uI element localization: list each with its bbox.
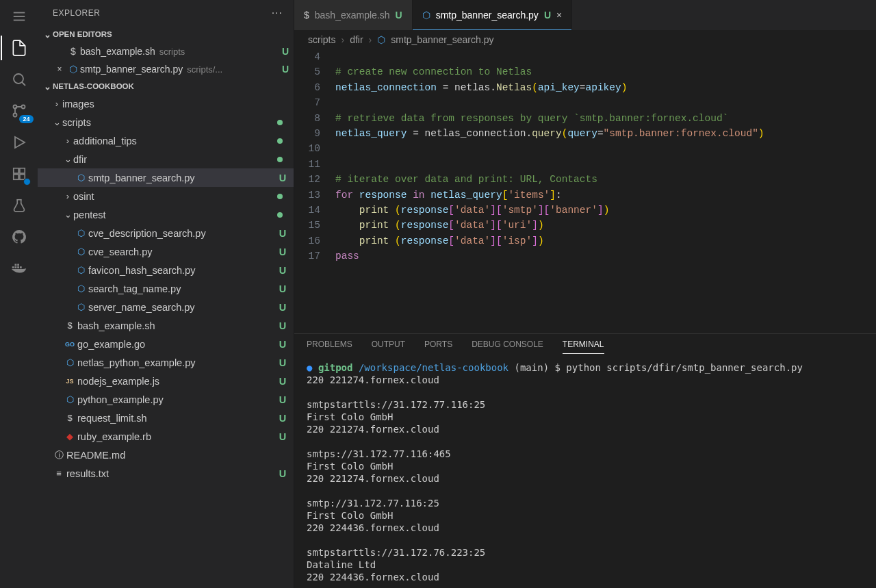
file-icon: JS (62, 378, 77, 385)
breadcrumb-part[interactable]: scripts (308, 34, 335, 45)
open-editor-item[interactable]: $bash_example.shscriptsU (38, 42, 294, 60)
file-path: scripts/... (187, 64, 277, 75)
git-modified-dot (277, 138, 283, 144)
svg-rect-18 (17, 264, 19, 266)
file-item[interactable]: ⬡netlas_python_example.pyU (38, 353, 294, 372)
file-name: netlas_python_example.py (77, 357, 274, 368)
search-icon[interactable] (10, 70, 29, 89)
modified-indicator: U (396, 10, 402, 21)
svg-rect-19 (19, 266, 21, 268)
menu-icon[interactable] (10, 7, 29, 26)
file-name: cve_search.py (88, 246, 274, 257)
project-section[interactable]: ⌄ NETLAS-COOKBOOK (38, 78, 294, 94)
file-icon: ⓘ (51, 449, 66, 461)
sidebar: EXPLORER ··· ⌄ OPEN EDITORS $bash_exampl… (38, 0, 294, 588)
sidebar-header: EXPLORER ··· (38, 0, 294, 26)
close-icon[interactable]: × (556, 10, 562, 21)
panel-tab-terminal[interactable]: TERMINAL (563, 340, 604, 354)
git-status: U (274, 320, 291, 331)
file-icon: $ (66, 46, 80, 57)
file-icon: ⬡ (422, 10, 430, 21)
terminal[interactable]: ● gitpod /workspace/netlas-cookbook (mai… (294, 359, 876, 588)
file-name: bash_example.sh (77, 320, 274, 331)
breadcrumb-part[interactable]: dfir (350, 34, 363, 45)
file-item[interactable]: ◆ruby_example.rbU (38, 427, 294, 446)
file-icon: $ (304, 10, 309, 21)
code-content[interactable]: # create new connection to Netlasnetlas_… (335, 49, 876, 333)
editor-tabs: $bash_example.shU⬡smtp_banner_search.pyU… (294, 0, 876, 30)
file-item[interactable]: ⬡smtp_banner_search.pyU (38, 168, 294, 187)
file-item[interactable]: $bash_example.shU (38, 316, 294, 335)
open-editors-label: OPEN EDITORS (53, 30, 112, 38)
editor-tab[interactable]: $bash_example.shU (294, 0, 413, 30)
svg-rect-9 (13, 168, 18, 173)
file-item[interactable]: JSnodejs_example.jsU (38, 372, 294, 390)
file-name: smtp_banner_search.py (88, 172, 274, 183)
panel-tab-debug-console[interactable]: DEBUG CONSOLE (472, 340, 543, 353)
folder-item[interactable]: ›images (38, 94, 294, 113)
file-item[interactable]: ≡results.txtU (38, 464, 294, 483)
file-item[interactable]: ⬡cve_search.pyU (38, 242, 294, 261)
file-icon: ⬡ (73, 228, 88, 238)
code-editor[interactable]: 4567891011121314151617 # create new conn… (294, 49, 876, 333)
folder-name: additional_tips (73, 136, 277, 146)
file-item[interactable]: ⬡favicon_hash_search.pyU (38, 261, 294, 279)
file-icon: $ (62, 320, 77, 331)
activity-bar: 24 (0, 0, 38, 588)
file-icon: ⬡ (73, 283, 88, 294)
panel-tab-ports[interactable]: PORTS (424, 340, 452, 353)
svg-point-3 (14, 74, 23, 84)
git-modified-dot (277, 212, 283, 218)
file-item[interactable]: ⓘREADME.md (38, 446, 294, 464)
folder-item[interactable]: ⌄scripts (38, 113, 294, 131)
file-item[interactable]: ⬡python_example.pyU (38, 390, 294, 409)
file-item[interactable]: ⬡cve_description_search.pyU (38, 224, 294, 242)
docker-icon[interactable] (10, 259, 29, 278)
file-name: server_name_search.py (88, 302, 274, 313)
folder-item[interactable]: ⌄pentest (38, 205, 294, 224)
file-item[interactable]: GOgo_example.goU (38, 335, 294, 353)
folder-item[interactable]: ›osint (38, 187, 294, 205)
open-editors-section[interactable]: ⌄ OPEN EDITORS (38, 26, 294, 42)
git-status: U (274, 339, 291, 350)
file-icon: $ (62, 413, 77, 423)
folder-item[interactable]: ⌄dfir (38, 150, 294, 168)
svg-rect-15 (14, 266, 16, 268)
explorer-icon[interactable] (10, 38, 29, 57)
panel-tab-output[interactable]: OUTPUT (372, 340, 405, 353)
tab-title: smtp_banner_search.py (436, 10, 539, 21)
breadcrumb-file[interactable]: smtp_banner_search.py (391, 34, 493, 45)
file-item[interactable]: $request_limit.shU (38, 409, 294, 427)
file-icon: GO (62, 341, 77, 348)
python-file-icon: ⬡ (377, 34, 385, 45)
github-icon[interactable] (10, 227, 29, 246)
scm-badge: 24 (19, 115, 33, 123)
chevron-down-icon: ⌄ (42, 81, 53, 92)
git-status: U (274, 302, 291, 313)
file-item[interactable]: ⬡search_tag_name.pyU (38, 279, 294, 298)
file-icon: ◆ (62, 431, 77, 442)
chevron-down-icon: ⌄ (62, 154, 73, 164)
folder-item[interactable]: ›additional_tips (38, 131, 294, 150)
source-control-icon[interactable]: 24 (10, 101, 29, 120)
sidebar-more-icon[interactable]: ··· (272, 7, 283, 19)
file-item[interactable]: ⬡server_name_search.pyU (38, 298, 294, 316)
file-name: python_example.py (77, 394, 274, 405)
run-debug-icon[interactable] (10, 133, 29, 152)
extensions-icon[interactable] (10, 164, 29, 183)
git-status: U (274, 394, 291, 405)
file-name: request_limit.sh (77, 413, 274, 424)
close-icon[interactable]: × (53, 64, 66, 74)
git-status: U (274, 413, 291, 424)
file-name: smtp_banner_search.py (80, 64, 183, 75)
editor-tab[interactable]: ⬡smtp_banner_search.pyU× (413, 0, 573, 30)
file-name: nodejs_example.js (77, 376, 274, 387)
panel-tab-problems[interactable]: PROBLEMS (307, 340, 352, 353)
git-modified-dot (277, 194, 283, 199)
file-icon: ⬡ (62, 357, 77, 368)
file-icon: ⬡ (73, 246, 88, 257)
breadcrumb[interactable]: scripts › dfir › ⬡ smtp_banner_search.py (294, 30, 876, 49)
open-editor-item[interactable]: ×⬡smtp_banner_search.pyscripts/...U (38, 60, 294, 78)
testing-icon[interactable] (10, 196, 29, 215)
file-name: README.md (66, 450, 274, 461)
